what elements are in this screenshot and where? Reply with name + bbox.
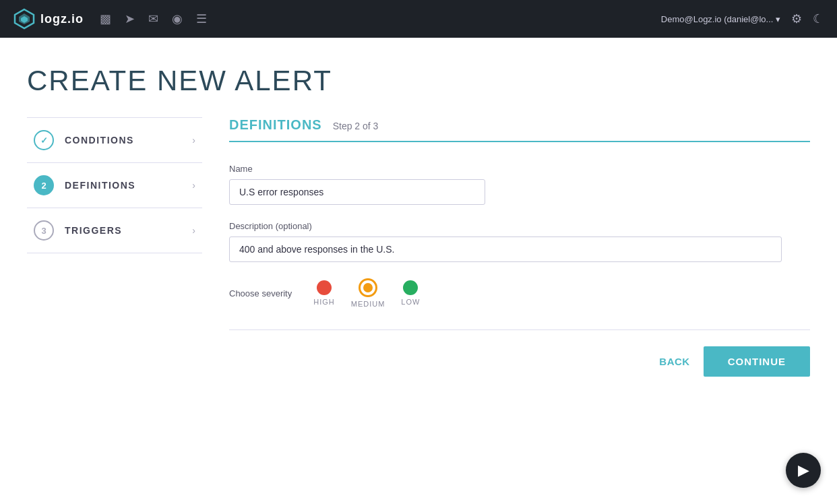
severity-high[interactable]: HIGH [313,280,335,306]
theme-toggle-icon[interactable]: ☾ [813,11,824,26]
chat-icon: ▶ [798,462,809,479]
step-conditions-left: ✓ CONDITIONS [34,130,134,150]
severity-label: Choose severity [229,288,292,298]
bar-chart-icon[interactable]: ▩ [100,11,111,26]
description-input[interactable] [229,237,782,262]
user-dropdown[interactable]: Demo@Logz.io (daniel@lo... ▾ [661,14,780,24]
severity-high-label: HIGH [313,298,335,306]
page: CREATE NEW ALERT ✓ CONDITIONS › 2 DEFINI… [0,38,837,504]
step-definitions-chevron: › [192,180,195,191]
severity-medium-label: MEDIUM [351,300,385,308]
main-form: DEFINITIONS Step 2 of 3 Name Description… [229,117,810,491]
form-divider [229,141,810,142]
step-conditions-chevron: › [192,135,195,146]
logo-text: logz.io [40,12,84,26]
name-field: Name [229,164,810,205]
severity-row: Choose severity HIGH MEDIUM LOW [229,278,810,308]
severity-low-label: LOW [401,298,420,306]
step-definitions[interactable]: 2 DEFINITIONS › [27,162,202,208]
sidebar: ✓ CONDITIONS › 2 DEFINITIONS › 3 TRIGGER… [27,117,202,491]
severity-field: Choose severity HIGH MEDIUM LOW [229,278,810,308]
navbar-left: logz.io ▩ ➤ ✉ ◉ ☰ [13,8,207,30]
continue-button[interactable]: CONTINUE [704,346,810,377]
severity-low[interactable]: LOW [401,280,420,306]
form-step-info: Step 2 of 3 [333,121,379,131]
step-definitions-circle: 2 [34,175,54,195]
step-triggers-circle: 3 [34,220,54,241]
navbar-right: Demo@Logz.io (daniel@lo... ▾ ⚙ ☾ [661,11,824,26]
logo[interactable]: logz.io [13,8,84,30]
step-triggers-label: TRIGGERS [65,225,122,236]
severity-options: HIGH MEDIUM LOW [313,278,420,308]
settings-icon[interactable]: ⚙ [791,11,802,26]
step-triggers-left: 3 TRIGGERS [34,220,122,241]
form-actions: BACK CONTINUE [229,346,810,377]
form-header: DEFINITIONS Step 2 of 3 [229,117,810,133]
form-actions-divider [229,329,810,330]
logo-icon [13,8,35,30]
send-icon[interactable]: ➤ [125,11,135,26]
chat-bubble[interactable]: ▶ [786,453,821,488]
form-tab-title: DEFINITIONS [229,117,322,133]
navbar: logz.io ▩ ➤ ✉ ◉ ☰ Demo@Logz.io (daniel@l… [0,0,837,38]
name-input[interactable] [229,179,485,205]
description-label: Description (optional) [229,221,810,231]
severity-low-dot [403,280,418,295]
step-definitions-left: 2 DEFINITIONS [34,175,135,195]
content-area: ✓ CONDITIONS › 2 DEFINITIONS › 3 TRIGGER… [27,117,810,491]
step-conditions-circle: ✓ [34,130,54,150]
layers-icon[interactable]: ☰ [196,11,207,26]
bell-icon[interactable]: ✉ [148,11,158,26]
step-definitions-label: DEFINITIONS [65,180,135,191]
step-conditions-label: CONDITIONS [65,135,134,146]
severity-medium-dot [359,278,377,297]
eye-icon[interactable]: ◉ [172,11,183,26]
page-title: CREATE NEW ALERT [27,65,810,97]
step-triggers-chevron: › [192,225,195,236]
step-triggers[interactable]: 3 TRIGGERS › [27,208,202,253]
name-label: Name [229,164,810,174]
description-field: Description (optional) [229,221,810,262]
step-conditions[interactable]: ✓ CONDITIONS › [27,117,202,162]
back-button[interactable]: BACK [659,356,689,367]
severity-high-dot [317,280,332,295]
nav-icons: ▩ ➤ ✉ ◉ ☰ [100,11,207,26]
severity-medium[interactable]: MEDIUM [351,278,385,308]
